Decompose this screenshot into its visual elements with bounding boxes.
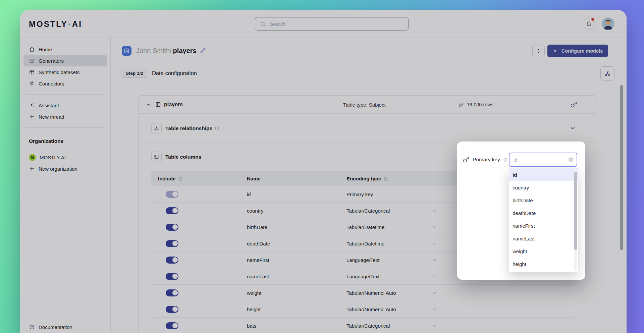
key-icon — [463, 156, 470, 163]
dropdown-scrollbar-thumb[interactable] — [574, 172, 577, 250]
primary-key-dropdown: id country birthDate deathDate nameFirst… — [509, 168, 578, 272]
primary-key-label: Primary key — [473, 157, 500, 163]
pk-option[interactable]: height — [509, 258, 578, 270]
pk-option[interactable]: country — [509, 181, 578, 194]
primary-key-popup: Primary key id country birthDate deathDa… — [457, 142, 585, 280]
info-icon — [503, 157, 508, 162]
pk-option[interactable]: birthDate — [509, 194, 578, 207]
pk-option[interactable]: deathDate — [509, 207, 578, 219]
pk-option[interactable]: weight — [509, 245, 578, 258]
pk-option[interactable]: id — [509, 168, 578, 181]
primary-key-input[interactable] — [509, 153, 577, 167]
clear-input-icon[interactable] — [568, 157, 574, 163]
primary-key-label-row: Primary key — [463, 153, 508, 167]
pk-option[interactable]: nameLast — [509, 232, 578, 245]
pk-option[interactable]: nameFirst — [509, 219, 578, 232]
